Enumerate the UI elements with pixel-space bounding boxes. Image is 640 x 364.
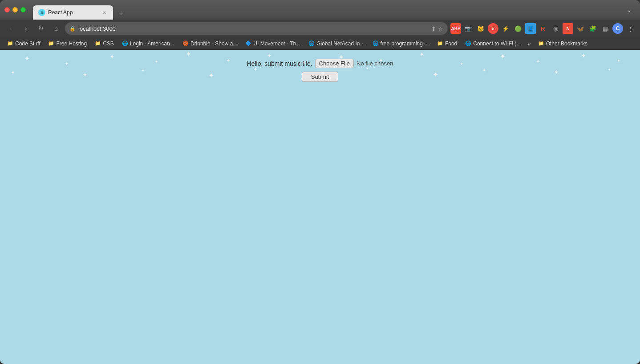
bookmark-css[interactable]: 📁 CSS: [91, 40, 117, 48]
circle-extension[interactable]: ◉: [550, 23, 561, 34]
address-bar[interactable]: [78, 25, 429, 32]
dribbble-icon: 🏀: [182, 40, 189, 46]
globe-icon: 🌐: [373, 40, 379, 46]
sidebar-button[interactable]: ▤: [600, 23, 611, 34]
bookmark-label: Dribbble - Show a...: [190, 40, 237, 47]
bookmark-label: free-programming-...: [381, 40, 429, 47]
close-button[interactable]: [4, 7, 10, 12]
new-tab-button[interactable]: +: [115, 7, 127, 20]
globe-icon: 🌐: [122, 40, 128, 46]
star-icon[interactable]: ☆: [438, 25, 443, 32]
blue-box-extension[interactable]: 📘: [525, 23, 536, 34]
bookmark-connect-wifi[interactable]: 🌐 Connect to Wi-Fi (...: [462, 40, 524, 48]
bookmark-label: Food: [445, 40, 457, 47]
bookmarks-bar: 📁 Code Stuff 📁 Free Hosting 📁 CSS 🌐 Logi…: [0, 37, 640, 50]
uo-extension[interactable]: uo: [488, 23, 498, 34]
address-bar-container[interactable]: 🔒 ⬆ ☆: [65, 22, 448, 35]
bookmark-label: Free Hosting: [56, 40, 87, 47]
lightning-extension[interactable]: ⚡: [500, 23, 511, 34]
bookmark-label: Global NetAcad In...: [316, 40, 364, 47]
folder-icon: 📁: [7, 40, 13, 46]
form-container: Hello, submit music file. Choose File No…: [0, 50, 640, 82]
bookmark-label: Other Bookmarks: [546, 40, 587, 47]
no-file-text: No file chosen: [356, 60, 393, 67]
title-bar: ⚛ React App ✕ + ⌄: [0, 0, 640, 20]
toolbar-extensions: ABP 📷 🐱 uo ⚡ 🟢 📘 R ◉ N 🦋 🧩 ▤ C ⋮: [450, 23, 636, 34]
green-extension[interactable]: 🟢: [513, 23, 523, 34]
refresh-button[interactable]: ↻: [35, 22, 47, 35]
r-extension[interactable]: R: [538, 23, 548, 34]
tab-end-controls: ⌄: [623, 4, 636, 16]
bookmark-label: CSS: [103, 40, 114, 47]
page-content: ✦ ✦ ✦ ✦ ✦ ✦ ✦ ✦ ✦ ✦ ✦ ✦ ✦ ✦ ✦ ✦ ✦ ✦ ✦ ✦ …: [0, 50, 640, 364]
file-form-row: Hello, submit music file. Choose File No…: [247, 59, 393, 68]
share-icon[interactable]: ⬆: [431, 25, 436, 32]
bookmark-label: Code Stuff: [15, 40, 40, 47]
traffic-lights: [4, 7, 26, 12]
submit-button[interactable]: Submit: [302, 72, 338, 82]
hello-text: Hello, submit music file.: [247, 60, 312, 67]
lock-icon: 🔒: [69, 26, 76, 32]
extensions-button[interactable]: 🧩: [587, 23, 598, 34]
browser-window: ⚛ React App ✕ + ⌄ ‹ › ↻ ⌂ 🔒 ⬆ ☆ ABP 📷 🐱: [0, 0, 640, 364]
folder-icon: 📁: [437, 40, 443, 46]
menu-button[interactable]: ⋮: [625, 23, 636, 34]
folder-icon: 📁: [48, 40, 54, 46]
tab-favicon: ⚛: [38, 9, 45, 16]
bookmark-other[interactable]: 📁 Other Bookmarks: [535, 40, 591, 48]
toolbar: ‹ › ↻ ⌂ 🔒 ⬆ ☆ ABP 📷 🐱 uo ⚡ 🟢 📘 R ◉ N 🦋 🧩…: [0, 20, 640, 37]
bookmarks-more-button[interactable]: »: [525, 40, 534, 48]
bookmark-food[interactable]: 📁 Food: [433, 40, 461, 48]
forward-button[interactable]: ›: [20, 22, 32, 35]
tab-close-button[interactable]: ✕: [101, 9, 108, 16]
globe-icon: 🌐: [465, 40, 471, 46]
home-button[interactable]: ⌂: [50, 22, 62, 35]
ui-icon: 🔷: [245, 40, 251, 46]
more-icon: »: [528, 40, 531, 47]
bookmark-ui-movement[interactable]: 🔷 UI Movement - Th...: [242, 40, 304, 48]
cat-extension[interactable]: 🐱: [475, 23, 486, 34]
tab-title: React App: [48, 9, 98, 16]
folder-icon: 📁: [95, 40, 101, 46]
bookmark-dribbble[interactable]: 🏀 Dribbble - Show a...: [179, 40, 241, 48]
address-bar-icons: ⬆ ☆: [431, 25, 443, 32]
bookmark-label: Connect to Wi-Fi (...: [473, 40, 521, 47]
tab-bar: ⚛ React App ✕ +: [33, 0, 620, 20]
n-extension[interactable]: N: [563, 23, 573, 34]
bookmark-free-programming[interactable]: 🌐 free-programming-...: [369, 40, 433, 48]
folder-icon: 📁: [538, 40, 544, 46]
minimize-button[interactable]: [12, 7, 18, 12]
bookmark-free-hosting[interactable]: 📁 Free Hosting: [45, 40, 90, 48]
globe-icon: 🌐: [308, 40, 315, 46]
submit-row: Submit: [302, 72, 338, 82]
camera-extension[interactable]: 📷: [463, 23, 474, 34]
choose-file-button[interactable]: Choose File: [315, 59, 354, 68]
bookmark-label: Login - American...: [130, 40, 174, 47]
bookmark-netacad[interactable]: 🌐 Global NetAcad In...: [305, 40, 368, 48]
maximize-button[interactable]: [20, 7, 26, 12]
stars-background: ✦ ✦ ✦ ✦ ✦ ✦ ✦ ✦ ✦ ✦ ✦ ✦ ✦ ✦ ✦ ✦ ✦ ✦ ✦ ✦ …: [0, 50, 640, 364]
active-tab[interactable]: ⚛ React App ✕: [33, 5, 113, 20]
tab-menu-button[interactable]: ⌄: [623, 4, 636, 16]
bookmark-label: UI Movement - Th...: [253, 40, 300, 47]
back-button[interactable]: ‹: [4, 22, 17, 35]
adblock-extension[interactable]: ABP: [450, 23, 461, 34]
bookmark-code-stuff[interactable]: 📁 Code Stuff: [4, 40, 44, 48]
bookmark-login-american[interactable]: 🌐 Login - American...: [118, 40, 178, 48]
butterfly-extension[interactable]: 🦋: [575, 23, 586, 34]
user-avatar[interactable]: C: [612, 23, 623, 34]
